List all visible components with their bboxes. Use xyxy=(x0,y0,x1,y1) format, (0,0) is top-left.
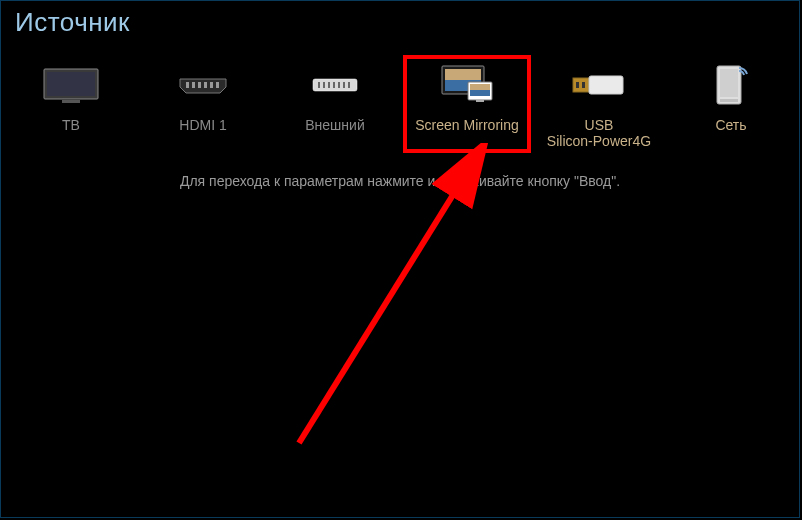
source-label: Внешний xyxy=(305,117,364,149)
source-label: Сеть xyxy=(715,117,746,149)
svg-rect-4 xyxy=(192,82,195,88)
svg-rect-10 xyxy=(318,82,320,88)
source-item-screen-mirroring[interactable]: Screen Mirroring xyxy=(401,53,533,155)
screen-mirroring-icon xyxy=(437,63,497,107)
source-row: ТВ HDMI 1 xyxy=(1,53,799,155)
svg-rect-22 xyxy=(470,90,490,96)
svg-rect-8 xyxy=(216,82,219,88)
svg-rect-1 xyxy=(47,72,95,96)
svg-rect-24 xyxy=(573,78,589,92)
page-title: Источник xyxy=(15,7,130,38)
svg-rect-15 xyxy=(343,82,345,88)
source-label: Screen Mirroring xyxy=(415,117,518,149)
svg-rect-3 xyxy=(186,82,189,88)
svg-rect-14 xyxy=(338,82,340,88)
svg-rect-7 xyxy=(210,82,213,88)
svg-rect-23 xyxy=(476,100,484,102)
external-icon xyxy=(305,63,365,107)
svg-rect-27 xyxy=(589,76,623,94)
source-item-ext[interactable]: Внешний xyxy=(269,53,401,155)
source-label: HDMI 1 xyxy=(179,117,226,149)
svg-rect-25 xyxy=(576,82,579,88)
tv-icon xyxy=(41,63,101,107)
network-icon xyxy=(701,63,761,107)
svg-rect-6 xyxy=(204,82,207,88)
svg-rect-29 xyxy=(720,69,738,97)
source-screen: Источник ТВ xyxy=(0,0,800,518)
svg-rect-2 xyxy=(62,100,80,103)
source-item-hdmi1[interactable]: HDMI 1 xyxy=(137,53,269,155)
source-item-tv[interactable]: ТВ xyxy=(5,53,137,155)
source-item-usb[interactable]: USB Silicon-Power4G xyxy=(533,53,665,155)
usb-icon xyxy=(569,63,629,107)
hint-text: Для перехода к параметрам нажмите и удер… xyxy=(1,173,799,189)
source-item-net[interactable]: Сеть xyxy=(665,53,797,155)
svg-rect-30 xyxy=(720,99,738,102)
svg-rect-13 xyxy=(333,82,335,88)
hdmi-icon xyxy=(173,63,233,107)
source-label: ТВ xyxy=(62,117,80,149)
annotation-arrow xyxy=(269,143,529,463)
svg-rect-12 xyxy=(328,82,330,88)
svg-rect-5 xyxy=(198,82,201,88)
svg-rect-16 xyxy=(348,82,350,88)
source-label: USB Silicon-Power4G xyxy=(547,117,651,149)
svg-rect-11 xyxy=(323,82,325,88)
svg-line-32 xyxy=(299,161,474,443)
svg-rect-26 xyxy=(582,82,585,88)
